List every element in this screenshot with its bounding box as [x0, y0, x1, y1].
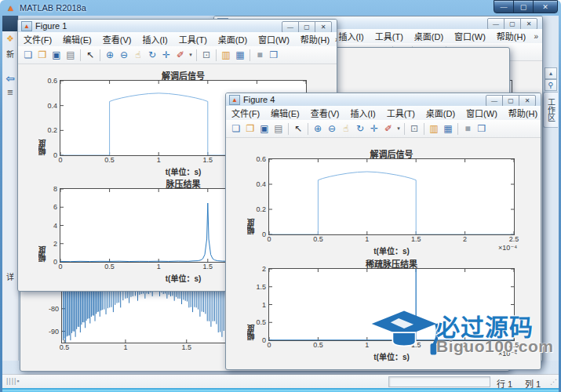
details-label-fragment: 详 [2, 270, 18, 282]
xtick: 1 [157, 156, 161, 164]
insert-legend-icon[interactable]: ▦ [441, 122, 455, 135]
scroll-up-icon[interactable]: ▴ [545, 67, 557, 79]
figure4-window[interactable]: ▲ Figure 4 —▢✕ 文件(F)编辑(E)查看(V)插入(I)工具(T)… [225, 93, 541, 370]
insert-legend-icon[interactable]: ▦ [233, 49, 247, 61]
open-folder-icon[interactable]: ❐ [35, 49, 49, 61]
menu-item-3[interactable]: 插入(I) [333, 29, 369, 43]
menu-overflow-icon[interactable]: » [335, 35, 337, 44]
list-icon[interactable]: ≣ [2, 88, 18, 96]
menu-item-5[interactable]: 桌面(D) [421, 106, 461, 120]
window-controls[interactable]: —▢✕ [282, 21, 332, 33]
xtick: 0.5 [104, 156, 115, 164]
maximize-button[interactable]: ▢ [504, 18, 521, 30]
plot-sparse-pulse-compression: 稀疏脉压结果t(单位：s)幅度×10⁻⁴00.511.522.500.511.5… [268, 268, 515, 341]
float-window-icon[interactable]: ❒ [475, 122, 489, 135]
ytick: 0.6 [256, 155, 266, 163]
toolbar[interactable]: ❏❐▣▤↖⊕⊖☝↻✛✐▾⊡▥▦■❒ [226, 120, 541, 138]
close-button[interactable]: ✕ [315, 21, 332, 33]
brush-dropdown-icon[interactable]: ▾ [188, 49, 194, 61]
link-plots-icon[interactable]: ⊡ [199, 49, 213, 61]
workspace-tab[interactable]: 工作区 [543, 92, 558, 128]
menu-item-7[interactable]: 帮助(H) [295, 32, 335, 46]
dock-figure-icon[interactable]: ■ [461, 122, 475, 135]
titlebar[interactable]: ▲ Figure 1 —▢✕ [18, 20, 337, 33]
float-window-icon[interactable]: ❒ [267, 49, 281, 61]
rotate-3d-icon[interactable]: ↻ [145, 49, 159, 61]
zoom-in-icon[interactable]: ⊕ [103, 49, 117, 61]
search-icon[interactable]: ⚲ [545, 79, 557, 91]
brush-icon[interactable]: ✐ [173, 49, 188, 61]
menu-item-5[interactable]: 桌面(D) [409, 29, 449, 43]
maximize-button[interactable]: ▢ [298, 21, 315, 33]
menu-overflow-icon[interactable]: » [534, 32, 542, 41]
statusbar-grip-icon[interactable]: ||||▪ [6, 377, 20, 385]
toolbar-separator [216, 49, 217, 61]
menu-item-6[interactable]: 窗口(W) [253, 32, 295, 46]
minimize-button[interactable]: — [486, 95, 503, 107]
data-cursor-icon[interactable]: ✛ [159, 49, 173, 61]
main-window-controls[interactable]: —▢✕ [494, 0, 558, 13]
insert-colorbar-icon[interactable]: ▥ [427, 122, 441, 135]
new-file-icon[interactable]: ❏ [229, 122, 243, 135]
close-button[interactable]: ✕ [519, 95, 536, 107]
pointer-icon[interactable]: ↖ [83, 49, 97, 61]
menu-item-1[interactable]: 编辑(E) [57, 32, 97, 46]
menu-item-6[interactable]: 窗口(W) [461, 106, 503, 120]
minimize-button[interactable]: — [494, 0, 514, 13]
close-button[interactable]: ✕ [520, 18, 537, 30]
xtick: 1 [123, 343, 127, 351]
menu-bar[interactable]: 文件(F)编辑(E)查看(V)插入(I)工具(T)桌面(D)窗口(W)帮助(H)… [18, 32, 337, 47]
menu-item-4[interactable]: 工具(T) [381, 106, 421, 120]
maximize-button[interactable]: ▢ [502, 95, 519, 107]
new-script-icon[interactable]: ❖ [2, 34, 18, 44]
window-controls[interactable]: —▢✕ [486, 95, 536, 107]
menu-item-7[interactable]: 帮助(H) [491, 29, 531, 43]
resize-grip-icon[interactable]: ⋰ [550, 378, 557, 386]
main-titlebar[interactable]: ▲ MATLAB R2018a [0, 0, 561, 16]
close-button[interactable]: ✕ [533, 0, 558, 13]
print-icon[interactable]: ▤ [64, 49, 78, 61]
toolbar[interactable]: ❏❐▣▤↖⊕⊖☝↻✛✐▾⊡▥▦■❒ [18, 46, 337, 64]
rotate-3d-icon[interactable]: ↻ [353, 122, 367, 135]
minimize-button[interactable]: — [282, 21, 299, 33]
xtick: 1 [365, 235, 369, 243]
pan-hand-icon[interactable]: ☝ [339, 122, 353, 135]
menu-item-4[interactable]: 工具(T) [173, 32, 213, 46]
minimize-button[interactable]: — [487, 18, 505, 30]
save-icon[interactable]: ▣ [257, 122, 271, 135]
zoom-out-icon[interactable]: ⊖ [325, 122, 339, 135]
open-folder-icon[interactable]: ❐ [243, 122, 257, 135]
pan-hand-icon[interactable]: ☝ [131, 49, 145, 61]
link-plots-icon[interactable]: ⊡ [407, 122, 421, 135]
save-icon[interactable]: ▣ [49, 49, 64, 61]
pointer-icon[interactable]: ↖ [291, 122, 305, 135]
titlebar[interactable]: ▲ Figure 4 —▢✕ [226, 93, 541, 107]
brush-dropdown-icon[interactable]: ▾ [395, 122, 402, 135]
zoom-out-icon[interactable]: ⊖ [117, 49, 131, 61]
zoom-in-icon[interactable]: ⊕ [311, 122, 325, 135]
menu-bar[interactable]: 文件(F)编辑(E)查看(V)插入(I)工具(T)桌面(D)窗口(W)帮助(H)… [226, 106, 541, 121]
menu-item-3[interactable]: 插入(I) [344, 106, 381, 120]
menu-item-1[interactable]: 编辑(E) [265, 106, 305, 120]
menu-item-6[interactable]: 窗口(W) [449, 29, 491, 43]
maximize-button[interactable]: ▢ [513, 0, 534, 13]
insert-colorbar-icon[interactable]: ▥ [219, 49, 233, 61]
brush-icon[interactable]: ✐ [381, 122, 395, 135]
back-arrow-icon[interactable]: ⇦ [2, 72, 18, 85]
ytick: 0.5 [256, 318, 266, 326]
xtick: 2 [463, 341, 467, 349]
menu-item-0[interactable]: 文件(F) [18, 32, 57, 46]
data-cursor-icon[interactable]: ✛ [367, 122, 381, 135]
dock-figure-icon[interactable]: ■ [253, 49, 267, 61]
menu-item-0[interactable]: 文件(F) [226, 106, 265, 120]
print-icon[interactable]: ▤ [271, 122, 286, 135]
new-file-icon[interactable]: ❏ [21, 49, 35, 61]
window-controls[interactable]: —▢✕ [488, 18, 537, 30]
menu-item-3[interactable]: 插入(I) [137, 32, 173, 46]
menu-item-7[interactable]: 帮助(H) [503, 106, 541, 120]
menu-item-4[interactable]: 工具(T) [370, 29, 409, 43]
menu-item-2[interactable]: 查看(V) [305, 106, 345, 120]
toolbar-separator [308, 123, 308, 135]
menu-item-2[interactable]: 查看(V) [97, 32, 137, 46]
menu-item-5[interactable]: 桌面(D) [213, 32, 253, 46]
